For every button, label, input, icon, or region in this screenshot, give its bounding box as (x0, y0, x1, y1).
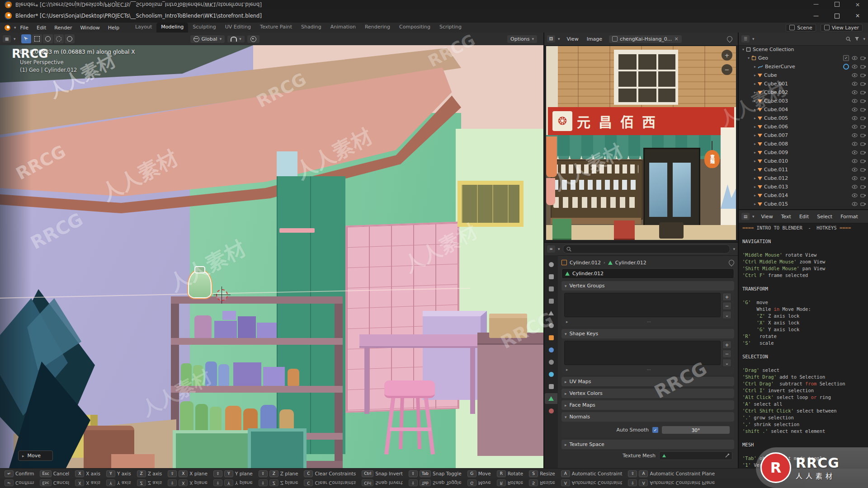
outliner-item-cube-004[interactable]: ▸Cube.004 (739, 105, 868, 114)
transform-orientation-dropdown[interactable]: Global ▾ (190, 35, 225, 43)
reference-image[interactable]: ❂ 元昌佰西 意麵 (546, 46, 736, 240)
eye-icon[interactable] (852, 202, 858, 206)
render-icon[interactable] (860, 193, 866, 197)
panel-vertex-colors[interactable]: ▸Vertex Colors (561, 389, 734, 398)
outliner-item-cube[interactable]: ▸Cube (739, 71, 868, 80)
viewport-canvas[interactable]: D: -0.06883 m (0.06883 m) along global X… (0, 45, 543, 468)
image-editor-type-icon[interactable]: 🖼 (547, 35, 555, 42)
properties-tab-0[interactable] (545, 259, 557, 270)
eye-icon[interactable] (852, 125, 858, 129)
select-circle-tool-button[interactable] (43, 34, 53, 43)
properties-tab-11[interactable] (545, 393, 557, 404)
collection-checkbox[interactable]: ✓ (843, 55, 849, 61)
unlink-icon[interactable]: ✕ (674, 36, 678, 42)
data-name-field[interactable]: Cylinder.012 (561, 268, 734, 279)
menu-render[interactable]: Render (50, 25, 76, 31)
properties-search-input[interactable] (563, 244, 731, 253)
eye-icon[interactable] (852, 56, 858, 60)
panel-normals[interactable]: ▾Normals (561, 412, 734, 422)
filter-icon[interactable] (854, 37, 859, 41)
render-icon[interactable] (860, 125, 866, 129)
outliner-item-beziercurve[interactable]: ▸BezierCurve (739, 62, 868, 71)
panel-vertex-groups[interactable]: ▾Vertex Groups (561, 281, 734, 291)
cursor-tool-button[interactable] (65, 34, 75, 43)
properties-type-icon[interactable]: ≡ (547, 245, 555, 253)
remove-button[interactable]: − (722, 302, 731, 310)
text-editor-body[interactable]: ==== INTRO TO BLENDER - HOTKEYS ==== NAV… (739, 223, 868, 469)
properties-tab-1[interactable] (545, 271, 557, 282)
options-dropdown[interactable]: Options ▾ (507, 35, 537, 43)
render-icon[interactable] (860, 99, 866, 103)
menu-edit[interactable]: Edit (33, 25, 50, 31)
eye-icon[interactable] (852, 116, 858, 120)
outliner-item-cube-012[interactable]: ▸Cube.012 (739, 174, 868, 183)
render-icon[interactable] (860, 150, 866, 155)
specials-button[interactable]: ⌄ (722, 359, 731, 367)
render-icon[interactable] (860, 82, 866, 86)
properties-tab-3[interactable] (545, 296, 557, 306)
editor-type-icon[interactable]: ▦ (3, 35, 11, 42)
operator-panel[interactable]: ▸ Move (18, 450, 53, 461)
view-layer-selector[interactable]: View Layer (821, 24, 863, 32)
tab-scripting[interactable]: Scripting (435, 23, 466, 33)
properties-tab-10[interactable] (545, 381, 557, 392)
menu-help[interactable]: Help (104, 25, 123, 31)
render-icon[interactable] (860, 176, 866, 180)
outliner-item-cube-006[interactable]: ▸Cube.006 (739, 122, 868, 131)
render-icon[interactable] (860, 133, 866, 137)
search-icon[interactable] (846, 37, 851, 42)
render-icon[interactable] (860, 116, 866, 120)
tab-uv-editing[interactable]: UV Editing (221, 23, 255, 33)
add-button[interactable]: + (722, 293, 731, 301)
menu-file[interactable]: File (16, 25, 33, 31)
eye-icon[interactable] (852, 73, 858, 77)
minimize-button[interactable]: — (806, 9, 826, 23)
snap-dropdown[interactable]: ▾ (227, 36, 245, 42)
menu-edit[interactable]: Edit (795, 214, 813, 220)
outliner-item-cube-001[interactable]: ▸Cube.001 (739, 80, 868, 88)
properties-tab-9[interactable] (545, 369, 557, 380)
texture-mesh-dropdown[interactable] (659, 451, 732, 460)
outliner-type-icon[interactable]: ☰ (741, 35, 750, 42)
panel-shape-keys[interactable]: ▾Shape Keys (561, 329, 734, 338)
render-icon[interactable] (860, 142, 866, 146)
outliner-item-cube-014[interactable]: ▸Cube.014 (739, 191, 868, 200)
outliner-item-cube-007[interactable]: ▸Cube.007 (739, 131, 868, 140)
properties-tab-2[interactable] (545, 283, 557, 294)
add-button[interactable]: + (722, 341, 731, 349)
properties-tab-6[interactable] (545, 332, 557, 343)
menu-select[interactable]: Select (813, 214, 836, 220)
text-editor-type-icon[interactable]: ▤ (741, 213, 750, 220)
pin-icon[interactable] (726, 35, 734, 43)
panel-uv-maps[interactable]: ▸UV Maps (561, 377, 734, 386)
vertex-groups-list[interactable] (564, 293, 721, 317)
zoom-gizmo[interactable]: + (722, 50, 732, 61)
eye-icon[interactable] (852, 99, 858, 103)
tab-animation[interactable]: Animation (326, 23, 360, 33)
tab-modeling[interactable]: Modeling (156, 23, 188, 33)
outliner-item-cube-015[interactable]: ▸Cube.015 (739, 200, 868, 208)
auto-smooth-angle[interactable]: 30° (662, 426, 730, 434)
eye-icon[interactable] (852, 90, 858, 94)
tab-rendering[interactable]: Rendering (360, 23, 395, 33)
render-icon[interactable] (860, 168, 866, 172)
render-icon[interactable] (860, 202, 866, 206)
menu-format[interactable]: Format (836, 214, 862, 220)
properties-tab-5[interactable] (545, 320, 557, 331)
outliner-item-cube-002[interactable]: ▸Cube.002 (739, 88, 868, 97)
outliner-scene-collection[interactable]: ▾ Scene Collection (739, 45, 868, 54)
outliner-collection-geo[interactable]: ▾ Geo ✓ (739, 54, 868, 62)
eye-icon[interactable] (852, 185, 858, 189)
render-icon[interactable] (860, 108, 866, 112)
eye-icon[interactable] (852, 159, 858, 163)
eye-icon[interactable] (852, 168, 858, 172)
properties-tab-7[interactable] (545, 344, 557, 355)
panel-texture-space[interactable]: ▸Texture Space (561, 440, 734, 449)
outliner-item-cube-010[interactable]: ▸Cube.010 (739, 157, 868, 165)
pan-gizmo[interactable]: − (722, 64, 732, 75)
tab-shading[interactable]: Shading (297, 23, 326, 33)
menu-window[interactable]: Window (76, 25, 104, 31)
tab-compositing[interactable]: Compositing (395, 23, 435, 33)
auto-smooth-checkbox[interactable]: ✓ (652, 427, 658, 433)
outliner-item-cube-005[interactable]: ▸Cube.005 (739, 114, 868, 122)
